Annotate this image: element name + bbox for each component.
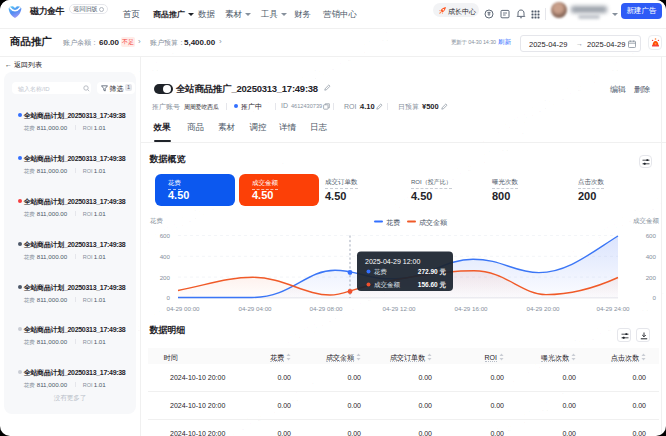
- svg-text:成交金额: 成交金额: [633, 217, 660, 224]
- svg-text:600: 600: [646, 232, 657, 239]
- svg-text:04-29 08:00: 04-29 08:00: [309, 305, 343, 312]
- svg-text:04-29 16:00: 04-29 16:00: [454, 305, 488, 312]
- svg-text:花费: 花费: [149, 217, 164, 225]
- svg-text:花费: 花费: [386, 219, 400, 227]
- svg-text:成交金额: 成交金额: [374, 281, 401, 288]
- svg-text:04-29 00:00: 04-29 00:00: [166, 305, 200, 312]
- svg-text:156.60 元: 156.60 元: [418, 281, 447, 289]
- svg-text:200: 200: [646, 274, 657, 281]
- svg-text:0: 0: [653, 294, 657, 301]
- svg-text:272.90 元: 272.90 元: [418, 268, 447, 276]
- svg-text:04-29 04:00: 04-29 04:00: [238, 305, 272, 312]
- svg-text:0: 0: [167, 294, 171, 301]
- svg-text:04-29 12:00: 04-29 12:00: [382, 305, 416, 312]
- svg-text:200: 200: [160, 274, 171, 281]
- svg-text:600: 600: [160, 232, 171, 239]
- svg-text:成交金额: 成交金额: [419, 219, 448, 226]
- svg-text:04-29 24:00: 04-29 24:00: [596, 305, 630, 312]
- svg-text:2025-04-29 12:00: 2025-04-29 12:00: [365, 258, 420, 265]
- svg-text:400: 400: [160, 253, 171, 260]
- svg-text:400: 400: [646, 253, 657, 260]
- svg-text:花费: 花费: [373, 268, 388, 276]
- svg-text:04-29 20:00: 04-29 20:00: [526, 305, 560, 312]
